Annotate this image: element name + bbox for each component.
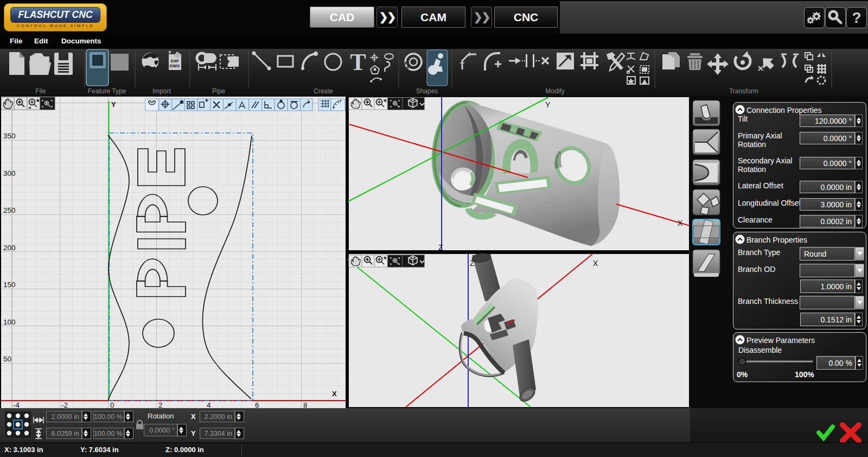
svg-text:250: 250 [3,206,16,214]
svg-text:2: 2 [158,401,163,408]
svg-text:Y: Y [111,100,116,109]
svg-text:Create: Create [314,87,333,95]
svg-text:0: 0 [110,401,114,408]
svg-text:?: ? [852,9,861,26]
svg-text:Transform: Transform [729,87,758,95]
svg-text:100: 100 [3,318,16,326]
svg-text:200: 200 [3,244,16,252]
svg-text:X: X [332,390,337,398]
svg-text:T: T [350,49,366,75]
svg-text:Shapes: Shapes [416,87,438,95]
svg-text:X: X [678,219,683,227]
svg-text:6: 6 [255,401,259,408]
svg-text:350: 350 [3,132,16,140]
svg-text:4: 4 [207,401,211,408]
svg-text:8: 8 [303,401,308,408]
svg-text:Y: Y [545,100,551,109]
svg-text:DXF: DXF [171,59,179,64]
svg-text:Z: Z [438,243,443,251]
svg-text:Z: Z [470,259,475,268]
svg-text:-2: -2 [61,401,68,408]
svg-text:File: File [35,87,46,95]
svg-text:Modify: Modify [545,87,564,95]
svg-text:150: 150 [3,281,16,289]
svg-text:Pipe: Pipe [212,87,225,95]
svg-text:300: 300 [3,169,16,177]
svg-text:X: X [593,259,598,268]
svg-text:Import: Import [152,87,171,95]
svg-text:DWG: DWG [170,64,180,68]
svg-text:50: 50 [3,355,11,363]
svg-text:Feature Type: Feature Type [88,87,126,95]
svg-text:-4: -4 [13,401,20,408]
